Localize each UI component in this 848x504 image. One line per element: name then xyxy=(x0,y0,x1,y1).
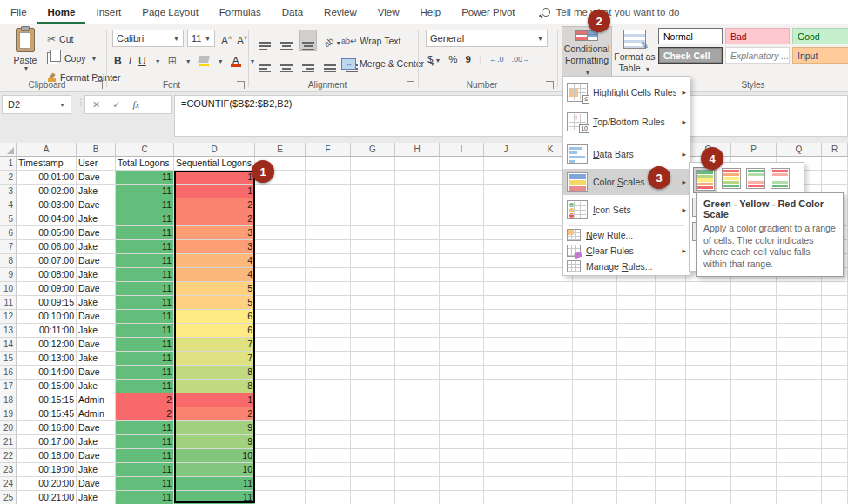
accounting-format-button[interactable]: $▼ xyxy=(427,54,441,64)
cell-C19[interactable]: 2 xyxy=(116,407,174,421)
top-align-button[interactable] xyxy=(256,30,273,51)
row-header-9[interactable]: 9 xyxy=(0,268,17,282)
column-header-A[interactable]: A xyxy=(17,143,77,157)
cell-D16[interactable]: 8 xyxy=(174,366,255,380)
cell-Q14[interactable] xyxy=(777,338,822,352)
cell-I5[interactable] xyxy=(440,212,484,226)
cell-F3[interactable] xyxy=(306,185,351,198)
tab-file[interactable]: File xyxy=(0,0,37,24)
cell-F12[interactable] xyxy=(306,310,351,324)
cell-L20[interactable] xyxy=(573,421,617,435)
cell-P18[interactable] xyxy=(731,393,777,407)
row-header-15[interactable]: 15 xyxy=(0,352,17,366)
enter-button[interactable]: ✓ xyxy=(112,99,120,111)
align-left-button[interactable] xyxy=(256,52,273,74)
percent-style-button[interactable]: % xyxy=(448,54,457,64)
cell-O13[interactable] xyxy=(686,324,731,338)
cell-H3[interactable] xyxy=(395,185,440,198)
row-header-24[interactable]: 24 xyxy=(0,477,17,491)
cell-F11[interactable] xyxy=(306,296,351,310)
cell-Q11[interactable] xyxy=(777,296,822,310)
cell-Q23[interactable] xyxy=(777,463,822,477)
cell-H19[interactable] xyxy=(395,407,440,421)
cell-A23[interactable]: 00:19:00 xyxy=(17,463,77,477)
cell-F18[interactable] xyxy=(306,393,351,407)
cell-G10[interactable] xyxy=(351,282,395,296)
cell-I12[interactable] xyxy=(440,310,484,324)
cell-M14[interactable] xyxy=(617,338,656,352)
row-header-10[interactable]: 10 xyxy=(0,282,17,296)
cell-K25[interactable] xyxy=(528,491,573,504)
cell-E25[interactable] xyxy=(255,491,306,504)
style-normal[interactable]: Normal xyxy=(658,28,723,44)
cell-L19[interactable] xyxy=(573,407,617,421)
cell-P20[interactable] xyxy=(731,421,777,435)
align-right-button[interactable] xyxy=(299,52,317,74)
borders-button[interactable]: ⊞ xyxy=(168,52,177,70)
cell-R22[interactable] xyxy=(822,449,848,463)
cell-A8[interactable]: 00:07:00 xyxy=(17,254,77,268)
cell-G1[interactable] xyxy=(351,157,395,171)
cell-J19[interactable] xyxy=(484,407,528,421)
row-header-3[interactable]: 3 xyxy=(0,185,17,198)
menu-item-new-rule[interactable]: New Rule... xyxy=(563,227,690,243)
cell-A17[interactable]: 00:15:00 xyxy=(17,380,77,393)
cell-G18[interactable] xyxy=(351,393,395,407)
cell-J1[interactable] xyxy=(484,157,528,171)
row-header-22[interactable]: 22 xyxy=(0,449,17,463)
cell-N23[interactable] xyxy=(656,463,686,477)
cell-A15[interactable]: 00:13:00 xyxy=(17,352,77,366)
cell-N16[interactable] xyxy=(656,366,686,380)
cell-G23[interactable] xyxy=(351,463,395,477)
cell-M12[interactable] xyxy=(617,310,656,324)
cell-B6[interactable]: Dave xyxy=(77,226,116,240)
cell-C22[interactable]: 11 xyxy=(116,449,174,463)
cell-A21[interactable]: 00:17:00 xyxy=(17,435,77,449)
cell-K14[interactable] xyxy=(528,338,573,352)
cell-C18[interactable]: 2 xyxy=(116,393,174,407)
cell-D8[interactable]: 4 xyxy=(174,254,255,268)
cell-H2[interactable] xyxy=(395,171,440,185)
cell-P14[interactable] xyxy=(731,338,777,352)
cell-F2[interactable] xyxy=(306,171,351,185)
cell-B3[interactable]: Jake xyxy=(77,185,116,198)
cell-D13[interactable]: 6 xyxy=(174,324,255,338)
cell-P15[interactable] xyxy=(731,352,777,366)
paste-button[interactable]: Paste ▼ xyxy=(7,28,44,84)
cell-O14[interactable] xyxy=(686,338,731,352)
cell-O24[interactable] xyxy=(686,477,731,491)
cell-A13[interactable]: 00:11:00 xyxy=(17,324,77,338)
cell-F23[interactable] xyxy=(306,463,351,477)
cell-M25[interactable] xyxy=(617,491,656,504)
select-all-button[interactable] xyxy=(0,143,17,157)
cell-J25[interactable] xyxy=(484,491,528,504)
row-header-8[interactable]: 8 xyxy=(0,254,17,268)
cell-J15[interactable] xyxy=(484,352,528,366)
cell-O22[interactable] xyxy=(686,449,731,463)
row-header-6[interactable]: 6 xyxy=(0,226,17,240)
row-header-4[interactable]: 4 xyxy=(0,198,17,212)
cell-C24[interactable]: 11 xyxy=(116,477,174,491)
red-white-green-icon[interactable] xyxy=(771,168,790,189)
cell-J5[interactable] xyxy=(484,212,528,226)
scale-green-yellow-red[interactable] xyxy=(694,168,717,192)
cell-I15[interactable] xyxy=(440,352,484,366)
column-header-P[interactable]: P xyxy=(731,143,777,157)
cell-O19[interactable] xyxy=(686,407,731,421)
cell-N11[interactable] xyxy=(656,296,686,310)
cell-P21[interactable] xyxy=(731,435,777,449)
cell-R15[interactable] xyxy=(822,352,848,366)
cell-H12[interactable] xyxy=(395,310,440,324)
cell-E5[interactable] xyxy=(255,212,306,226)
cell-J2[interactable] xyxy=(484,171,528,185)
menu-item-clear-rules[interactable]: Clear Rules ▸ xyxy=(563,243,690,259)
cell-F15[interactable] xyxy=(306,352,351,366)
cell-J23[interactable] xyxy=(484,463,528,477)
cell-B18[interactable]: Admin xyxy=(77,393,116,407)
cell-L15[interactable] xyxy=(573,352,617,366)
cell-N13[interactable] xyxy=(656,324,686,338)
cell-L21[interactable] xyxy=(573,435,617,449)
tab-home[interactable]: Home xyxy=(37,0,86,24)
cell-N18[interactable] xyxy=(656,393,686,407)
cell-M16[interactable] xyxy=(617,366,656,380)
